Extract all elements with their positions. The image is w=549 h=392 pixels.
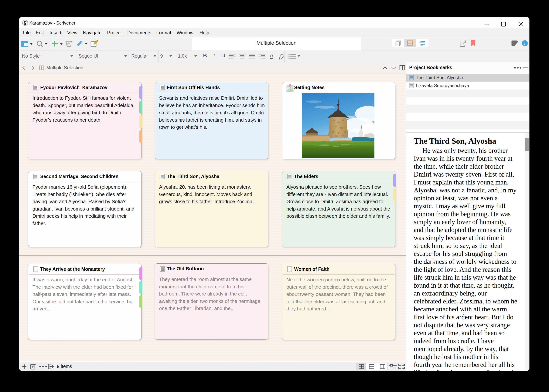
svg-text:i: i: [524, 41, 526, 46]
